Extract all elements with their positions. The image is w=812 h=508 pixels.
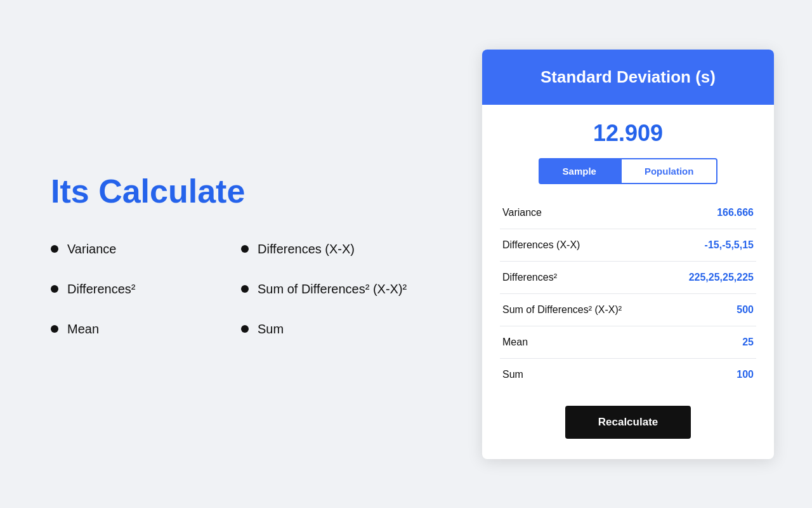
stat-value: 100 <box>664 358 756 391</box>
bullet-label-sum: Sum <box>258 322 284 337</box>
bullet-label-differences2: Differences² <box>67 282 135 297</box>
stat-value: 225,25,25,225 <box>664 261 756 293</box>
list-item-differences: Differences (X-X) <box>241 242 431 257</box>
toggle-group: Sample Population <box>500 158 756 184</box>
bullet-dot <box>51 285 58 293</box>
stats-table: Variance166.666Differences (X-X)-15,-5,5… <box>500 197 756 391</box>
card-body: 12.909 Sample Population Variance166.666… <box>482 105 774 459</box>
table-row: Differences (X-X)-15,-5,5,15 <box>500 229 756 261</box>
bullet-label-variance: Variance <box>67 242 116 257</box>
page-title: Its Calculate <box>51 172 431 210</box>
bullet-grid: Variance Differences (X-X) Differences² … <box>51 242 431 337</box>
stat-label: Differences (X-X) <box>500 229 664 261</box>
bullet-dot <box>241 285 249 293</box>
bullet-label-mean: Mean <box>67 322 99 337</box>
list-item-sum: Sum <box>241 322 431 337</box>
result-value: 12.909 <box>500 120 756 147</box>
bullet-dot <box>241 325 249 333</box>
list-item-mean: Mean <box>51 322 241 337</box>
table-row: Sum of Differences² (X-X)²500 <box>500 293 756 326</box>
stat-value: 166.666 <box>664 197 756 229</box>
table-row: Variance166.666 <box>500 197 756 229</box>
left-section: Its Calculate Variance Differences (X-X)… <box>0 134 482 375</box>
stat-label: Variance <box>500 197 664 229</box>
stat-label: Sum <box>500 358 664 391</box>
list-item-sum-differences: Sum of Differences² (X-X)² <box>241 282 431 297</box>
stat-value: 25 <box>664 326 756 358</box>
card-header: Standard Deviation (s) <box>482 50 774 105</box>
stat-value: 500 <box>664 293 756 326</box>
population-toggle-button[interactable]: Population <box>620 158 718 184</box>
bullet-dot <box>51 325 58 333</box>
bullet-dot <box>51 245 58 253</box>
table-row: Differences²225,25,25,225 <box>500 261 756 293</box>
table-row: Mean25 <box>500 326 756 358</box>
stat-label: Sum of Differences² (X-X)² <box>500 293 664 326</box>
calculator-card: Standard Deviation (s) 12.909 Sample Pop… <box>482 50 774 459</box>
sample-toggle-button[interactable]: Sample <box>539 158 620 184</box>
list-item-variance: Variance <box>51 242 241 257</box>
stat-label: Differences² <box>500 261 664 293</box>
bullet-label-differences: Differences (X-X) <box>258 242 355 257</box>
bullet-label-sum-differences: Sum of Differences² (X-X)² <box>258 282 407 297</box>
stat-label: Mean <box>500 326 664 358</box>
bullet-dot <box>241 245 249 253</box>
recalculate-button[interactable]: Recalculate <box>565 406 691 439</box>
list-item-differences2: Differences² <box>51 282 241 297</box>
stat-value: -15,-5,5,15 <box>664 229 756 261</box>
table-row: Sum100 <box>500 358 756 391</box>
recalculate-wrapper: Recalculate <box>500 406 756 439</box>
card-header-title: Standard Deviation (s) <box>540 67 716 86</box>
